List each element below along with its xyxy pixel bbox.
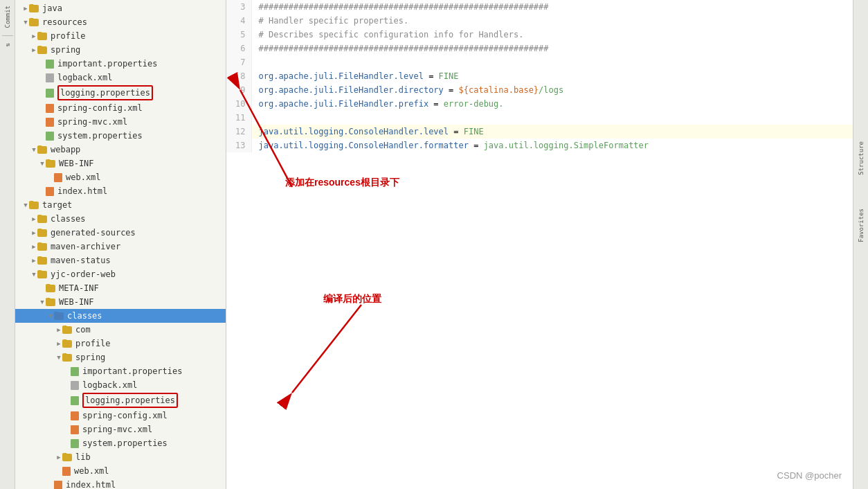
tree-item-index-html2[interactable]: index.html [15,478,226,489]
tree-label: logback.xml [57,71,112,84]
tree-item-spring2[interactable]: spring [15,350,226,364]
commit-icon[interactable]: Commit [3,3,12,31]
tree-item-target[interactable]: target [15,198,226,212]
line-number: 7 [226,55,251,69]
line-number: 5 [226,28,251,42]
code-line-3: 3#######################################… [226,0,853,14]
structure-panel-icon[interactable]: Structure [857,139,865,178]
code-line-13: 13java.util.logging.ConsoleHandler.forma… [226,139,853,152]
tree-item-system-properties2[interactable]: system.properties [15,436,226,450]
tree-label: META-INF [59,282,99,294]
folder-icon [37,242,48,251]
folder-icon [62,453,73,461]
tree-label: java [42,2,62,15]
tree-label: important.properties [82,365,183,377]
folder-icon [29,201,40,209]
tree-item-system-properties[interactable]: system.properties [15,129,226,143]
file-icon-xml [46,118,55,127]
line-code-content[interactable] [251,111,853,125]
file-icon-xml [62,467,72,476]
line-code-content[interactable]: ########################################… [251,0,853,14]
file-icon-xml [46,104,55,113]
code-line-8: 8org.apache.juli.FileHandler.level = FIN… [226,69,853,83]
vcs-icon[interactable]: ⇅ [3,40,12,49]
folder-icon [62,326,73,334]
tree-item-web-xml-src[interactable]: web.xml [15,170,226,184]
line-number: 10 [226,97,251,111]
tree-label: web.xml [66,171,101,184]
tree-item-important-properties2[interactable]: important.properties [15,364,226,378]
tree-item-web-inf-target[interactable]: WEB-INF [15,295,226,309]
tree-item-spring-mvc-xml2[interactable]: spring-mvc.xml [15,423,226,436]
tree-item-meta-inf[interactable]: META-INF [15,281,226,295]
folder-icon [62,353,73,362]
line-number: 6 [226,42,251,55]
folder-icon [37,215,48,223]
tree-item-com[interactable]: com [15,323,226,337]
tree-item-lib[interactable]: lib [15,450,226,464]
tree-item-classes-selected[interactable]: classes [15,309,226,323]
tree-label: target [42,199,72,211]
line-code-content[interactable]: java.util.logging.ConsoleHandler.formatt… [251,139,853,152]
tree-item-web-xml2[interactable]: web.xml [15,464,226,478]
tree-item-spring-config-xml[interactable]: spring-config.xml [15,101,226,115]
tree-item-java[interactable]: java [15,1,226,15]
file-icon-props [46,132,55,141]
tree-item-maven-archiver[interactable]: maven-archiver [15,240,226,254]
folder-icon [29,4,40,12]
folder-icon [37,270,48,278]
code-line-11: 11 [226,111,853,125]
line-number: 8 [226,69,251,83]
tree-item-maven-status[interactable]: maven-status [15,254,226,267]
tree-item-resources[interactable]: resources [15,15,226,29]
line-code-content[interactable]: # Handler specific properties. [251,14,853,28]
tree-item-logging-properties-src[interactable]: logging.properties [15,85,226,101]
tree-item-spring-config-xml2[interactable]: spring-config.xml [15,409,226,423]
tree-label: spring-mvc.xml [57,116,127,128]
tree-item-web-inf-src[interactable]: WEB-INF [15,157,226,170]
tree-item-spring[interactable]: spring [15,43,226,57]
favorites-panel-icon[interactable]: Favorites [857,206,865,245]
file-icon-xml [71,411,80,420]
file-icon-log [71,381,80,390]
line-code-content[interactable]: org.apache.juli.FileHandler.directory = … [251,83,853,97]
tree-item-index-html-src[interactable]: index.html [15,184,226,198]
folder-icon [37,46,48,54]
line-number: 13 [226,139,251,152]
folder-icon [37,145,48,154]
tree-label: logging.properties [57,85,153,100]
tree-label: web.xml [74,465,109,477]
tree-item-classes-top[interactable]: classes [15,212,226,226]
tree-item-logging-properties-dest[interactable]: logging.properties [15,392,226,409]
line-code-content[interactable] [251,55,853,69]
tree-item-profile[interactable]: profile [15,29,226,43]
line-code-content[interactable]: ########################################… [251,42,853,55]
tree-label: spring [51,44,80,56]
tree-item-profile2[interactable]: profile [15,337,226,350]
tree-label: system.properties [57,130,143,142]
tree-item-spring-mvc-xml[interactable]: spring-mvc.xml [15,115,226,129]
code-line-7: 7 [226,55,853,69]
tree-label: logging.properties [82,393,178,408]
tree-item-generated-sources[interactable]: generated-sources [15,226,226,240]
tree-label: lib [75,451,91,463]
line-code-content[interactable]: org.apache.juli.FileHandler.level = FINE [251,69,853,83]
file-icon-html [54,481,64,490]
tree-label: profile [75,337,111,350]
tree-label: yjc-order-web [51,268,116,281]
tree-item-yjc-order-web[interactable]: yjc-order-web [15,267,226,281]
tree-item-webapp[interactable]: webapp [15,143,226,157]
tree-item-logback-xml[interactable]: logback.xml [15,71,226,85]
tree-label: profile [51,30,86,42]
code-line-5: 5# Describes specific configuration info… [226,28,853,42]
code-editor[interactable]: 3#######################################… [226,0,853,489]
tree-item-important-properties[interactable]: important.properties [15,57,226,71]
line-code-content[interactable]: org.apache.juli.FileHandler.prefix = err… [251,97,853,111]
tree-label: maven-status [51,254,111,267]
tree-label: webapp [51,143,80,156]
line-code-content[interactable]: java.util.logging.ConsoleHandler.level =… [251,125,853,139]
line-code-content[interactable]: # Describes specific configuration info … [251,28,853,42]
tree-item-logback-xml2[interactable]: logback.xml [15,378,226,392]
right-sidebar: Structure Favorites [853,0,868,489]
tree-label: WEB-INF [59,157,94,170]
